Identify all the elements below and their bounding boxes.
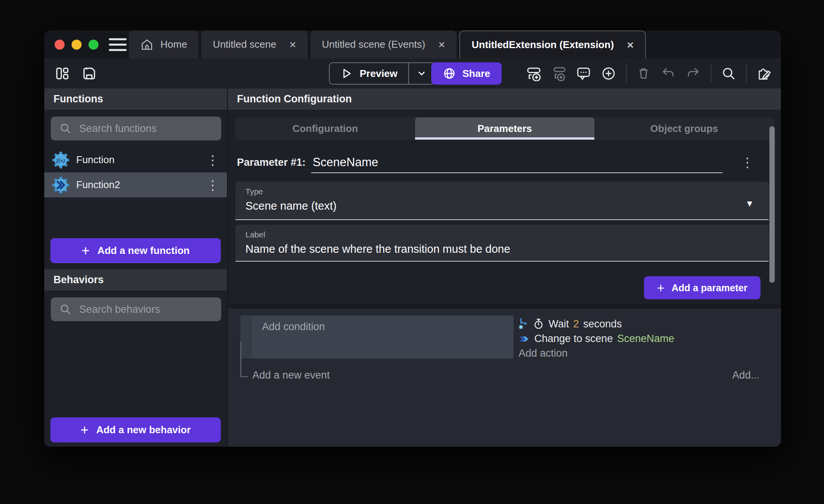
label-field-input[interactable]: [245, 243, 728, 255]
home-icon: [140, 38, 153, 51]
type-field-label: Type: [245, 187, 759, 196]
sidebar-spacer: [44, 321, 227, 417]
search-icon[interactable]: [721, 66, 736, 81]
redo-icon[interactable]: [686, 66, 701, 81]
function-configuration-panel: Function Configuration Configuration Par…: [228, 88, 781, 447]
toolbar-divider: [711, 65, 711, 82]
search-functions-input[interactable]: [79, 123, 213, 135]
add-circle-icon[interactable]: [601, 66, 616, 81]
action-wait-value: 2: [573, 318, 579, 330]
tab-untitled-extension[interactable]: UntitledExtension (Extension) ×: [459, 30, 646, 58]
tab-label: Untitled scene (Events): [322, 38, 425, 50]
function-icon: f(x): [52, 151, 70, 169]
add-action-button[interactable]: Add action: [519, 347, 674, 359]
dropdown-arrow-icon[interactable]: ▼: [745, 199, 754, 209]
type-field-value: Scene name (text): [245, 200, 728, 212]
event-tree-bracket: [240, 342, 248, 377]
share-button[interactable]: Share: [431, 62, 502, 85]
tab-configuration[interactable]: Configuration: [235, 117, 415, 140]
events-sheet: Add condition: [228, 304, 781, 447]
add-behavior-label: Add a new behavior: [96, 424, 191, 436]
content-area: Functions: [44, 88, 781, 447]
search-behaviors-field[interactable]: [51, 297, 221, 321]
tab-label: Configuration: [292, 123, 358, 135]
add-subevent-icon[interactable]: [551, 66, 566, 81]
toolbar-divider: [626, 65, 627, 82]
tab-object-groups[interactable]: Object groups: [594, 117, 774, 140]
add-more-button[interactable]: Add...: [732, 369, 759, 381]
menu-icon[interactable]: [109, 38, 127, 51]
save-icon[interactable]: [82, 66, 97, 81]
functions-header-label: Functions: [53, 93, 103, 105]
parameter-label-field[interactable]: Label: [235, 225, 769, 262]
async-icon: [519, 318, 529, 330]
parameter-name-input[interactable]: [311, 155, 722, 173]
project-manager-icon[interactable]: [55, 66, 70, 81]
action-change-text: Change to scene: [534, 333, 613, 345]
action-wait[interactable]: Wait 2 seconds: [519, 318, 674, 330]
add-action-label: Add action: [519, 347, 568, 359]
undo-icon[interactable]: [661, 66, 676, 81]
parameter-kebab-menu-icon[interactable]: ⋮: [741, 155, 754, 173]
add-new-event-label: Add a new event: [252, 369, 330, 381]
edit-extension-icon[interactable]: [756, 65, 772, 82]
close-tab-icon[interactable]: ×: [289, 39, 296, 50]
parameter-row: Parameter #1: ⋮: [237, 155, 754, 173]
close-tab-icon[interactable]: ×: [438, 39, 445, 50]
function-configuration-header: Function Configuration: [228, 88, 781, 110]
actions-area: Wait 2 seconds Change to scene: [519, 315, 674, 359]
preview-button[interactable]: Preview: [329, 62, 435, 85]
editor-tabs: Home Untitled scene × Untitled scene (Ev…: [129, 30, 649, 58]
tab-home[interactable]: Home: [129, 30, 198, 58]
toolbar-divider: [746, 65, 747, 82]
add-more-label: Add...: [732, 369, 759, 381]
kebab-menu-icon[interactable]: ⋮: [206, 179, 219, 192]
function-name-label: Function2: [76, 179, 120, 191]
play-icon: [340, 67, 353, 80]
vertical-scrollbar[interactable]: [769, 126, 775, 283]
toolbar-left-icons: [55, 66, 97, 81]
add-behavior-button[interactable]: + Add a new behavior: [50, 417, 221, 442]
preview-button-main[interactable]: Preview: [330, 63, 408, 84]
preview-options-button[interactable]: [409, 63, 434, 84]
add-event-icon[interactable]: [526, 66, 541, 81]
svg-text:f(x): f(x): [57, 157, 65, 164]
add-function-button[interactable]: + Add a new function: [50, 238, 221, 263]
add-function-label: Add a new function: [97, 245, 190, 257]
toolbar-right-icons: [526, 65, 772, 82]
list-item-function[interactable]: f(x) Function ⋮: [44, 147, 227, 172]
chevron-down-icon: [417, 68, 427, 78]
parameter-index-label: Parameter #1:: [237, 157, 306, 173]
tab-untitled-scene-events[interactable]: Untitled scene (Events) ×: [310, 30, 457, 58]
share-button-label: Share: [462, 68, 490, 80]
conditions-area[interactable]: Add condition: [252, 315, 514, 359]
list-item-function2[interactable]: Function2 ⋮: [44, 172, 227, 197]
stopwatch-icon: [533, 318, 544, 330]
add-new-event-button[interactable]: Add a new event: [252, 369, 330, 381]
parameter-type-select[interactable]: Type Scene name (text) ▼: [235, 182, 769, 220]
minimize-window-button[interactable]: [72, 40, 82, 50]
search-functions-field[interactable]: [51, 117, 221, 140]
label-field-label: Label: [245, 230, 759, 239]
tab-untitled-scene[interactable]: Untitled scene ×: [201, 30, 307, 58]
action-wait-suffix: seconds: [583, 318, 622, 330]
add-parameter-button[interactable]: + Add a parameter: [644, 276, 761, 299]
zoom-window-button[interactable]: [88, 40, 98, 50]
functions-header: Functions: [44, 88, 227, 110]
close-window-button[interactable]: [55, 40, 65, 50]
close-tab-icon[interactable]: ×: [627, 39, 634, 51]
main-toolbar: Preview Share: [44, 58, 781, 88]
tab-label: Parameters: [477, 123, 532, 135]
action-change-scene[interactable]: Change to scene SceneName: [519, 333, 674, 345]
add-condition-label: Add condition: [262, 321, 325, 332]
preview-button-label: Preview: [360, 68, 397, 80]
tab-parameters[interactable]: Parameters: [415, 117, 595, 140]
behaviors-header: Behaviors: [44, 269, 227, 290]
action-change-value: SceneName: [617, 333, 674, 345]
plus-icon: +: [82, 244, 90, 258]
trash-icon[interactable]: [636, 66, 651, 81]
page-title: Function Configuration: [237, 93, 352, 105]
kebab-menu-icon[interactable]: ⋮: [206, 154, 219, 167]
add-comment-icon[interactable]: [576, 66, 591, 81]
search-behaviors-input[interactable]: [79, 304, 213, 315]
